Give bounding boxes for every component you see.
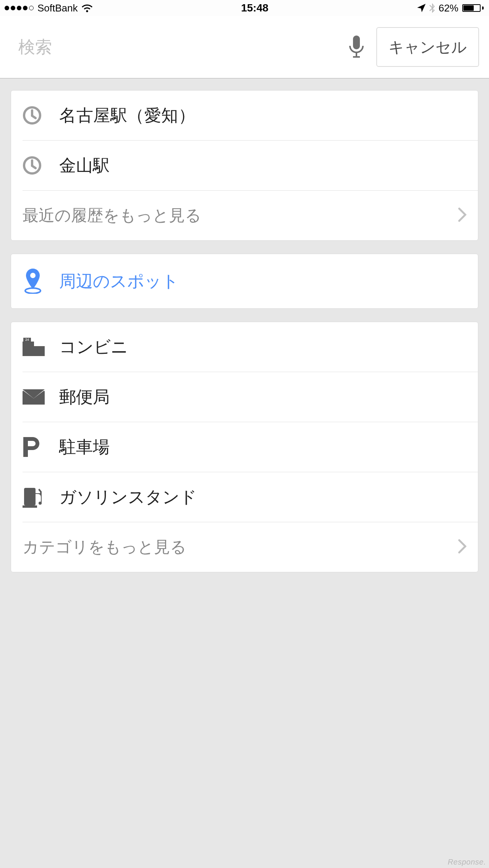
gas-pump-icon <box>23 486 59 508</box>
svg-rect-12 <box>26 490 33 496</box>
cancel-button-label: キャンセル <box>389 39 467 55</box>
category-parking[interactable]: 駐車場 <box>11 422 478 472</box>
microphone-icon <box>349 36 364 59</box>
recent-item-nagoya[interactable]: 名古屋駅（愛知） <box>11 91 478 140</box>
cancel-button[interactable]: キャンセル <box>376 27 479 67</box>
watermark: Response. <box>448 858 486 866</box>
voice-search-button[interactable] <box>344 32 369 62</box>
show-more-history-label: 最近の履歴をもっと見る <box>23 205 201 226</box>
battery-percent: 62% <box>439 2 458 14</box>
carrier-label: SoftBank <box>37 2 78 14</box>
category-post-office[interactable]: 郵便局 <box>11 372 478 422</box>
category-gas-station[interactable]: ガソリンスタンド <box>11 472 478 522</box>
mail-icon <box>23 389 59 405</box>
nearby-spots-card: 周辺のスポット <box>11 254 478 309</box>
svg-text:24: 24 <box>25 338 29 342</box>
categories-card: 24 コンビニ 郵便局 <box>11 322 478 572</box>
search-input[interactable] <box>18 37 337 57</box>
category-label: ガソリンスタンド <box>59 486 464 508</box>
history-icon <box>23 156 59 175</box>
content-area: 名古屋駅（愛知） 金山駅 最近の履歴をもっと見る <box>0 79 489 572</box>
category-label: 郵便局 <box>59 386 464 408</box>
svg-rect-5 <box>34 346 45 356</box>
chevron-right-icon <box>458 207 466 223</box>
category-label: コンビニ <box>59 336 464 358</box>
chevron-right-icon <box>458 539 466 555</box>
location-services-icon <box>417 4 426 12</box>
recent-item-label: 名古屋駅（愛知） <box>59 104 464 127</box>
show-more-categories[interactable]: カテゴリをもっと見る <box>11 522 478 572</box>
status-right: 62% <box>417 2 484 14</box>
recent-item-label: 金山駅 <box>59 154 464 177</box>
status-time: 15:48 <box>241 2 269 14</box>
show-more-history[interactable]: 最近の履歴をもっと見る <box>11 191 478 240</box>
wifi-icon <box>82 4 92 12</box>
svg-rect-4 <box>23 342 34 356</box>
convenience-store-icon: 24 <box>23 338 59 356</box>
battery-icon <box>462 4 484 12</box>
parking-icon <box>23 437 59 457</box>
bluetooth-icon <box>429 3 435 13</box>
show-more-categories-label: カテゴリをもっと見る <box>23 536 186 558</box>
category-label: 駐車場 <box>59 436 464 458</box>
history-icon <box>23 106 59 125</box>
status-left: SoftBank <box>5 2 92 14</box>
place-pin-icon <box>23 269 59 294</box>
nearby-spots-label: 周辺のスポット <box>59 270 464 293</box>
svg-point-13 <box>39 502 42 505</box>
nearby-spots-button[interactable]: 周辺のスポット <box>11 254 478 308</box>
svg-rect-9 <box>40 348 42 353</box>
recent-item-kanayama[interactable]: 金山駅 <box>11 141 478 190</box>
signal-strength-icon <box>5 6 34 10</box>
battery-fill <box>463 5 474 11</box>
search-header: キャンセル <box>0 16 489 79</box>
category-convenience-store[interactable]: 24 コンビニ <box>11 322 478 372</box>
svg-rect-8 <box>36 348 39 353</box>
recent-history-card: 名古屋駅（愛知） 金山駅 最近の履歴をもっと見る <box>11 90 478 241</box>
status-bar: SoftBank 15:48 62% <box>0 0 489 16</box>
svg-rect-10 <box>23 505 37 508</box>
svg-point-3 <box>30 273 36 278</box>
